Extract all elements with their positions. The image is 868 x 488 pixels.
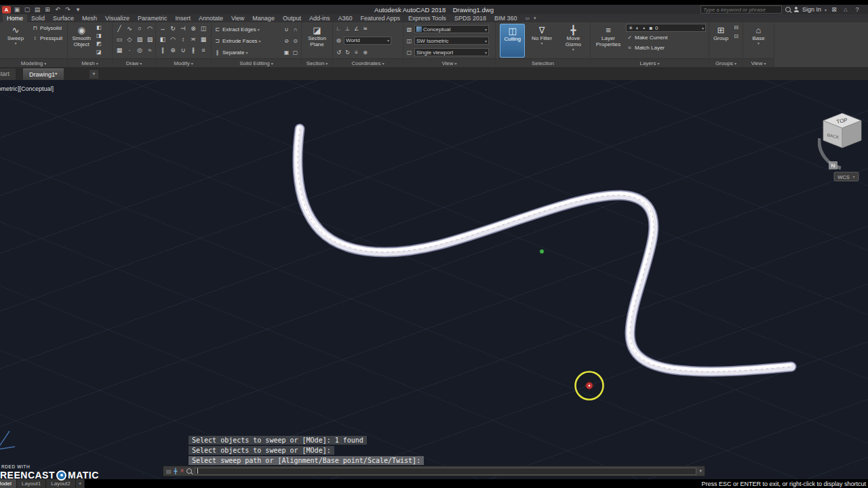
mesh-panel-label[interactable]: Mesh ▾ (68, 58, 112, 67)
section-plane-button[interactable]: ◪ Section Plane (304, 24, 330, 58)
layer-freeze-icon[interactable]: ◐ (635, 24, 640, 32)
tab-a360[interactable]: A360 (334, 14, 356, 22)
drawing-canvas[interactable]: [-][SW Isometric][Conceptual] TOP BACK N… (0, 80, 868, 479)
viewcube[interactable]: TOP BACK N WCS ▾ (818, 104, 868, 184)
layers-panel-label[interactable]: Layers ▾ (591, 58, 709, 67)
group-edit-icon[interactable]: ⊡ (732, 33, 740, 40)
no-filter-button[interactable]: ∇ No Filter ▾ (528, 24, 555, 58)
tab-view[interactable]: View (227, 14, 248, 22)
point-icon[interactable]: · (125, 45, 134, 56)
command-input[interactable] (195, 468, 696, 475)
mirror-icon[interactable]: ◧ (158, 35, 167, 45)
tab-annotate[interactable]: Annotate (195, 14, 227, 22)
new-drawing-icon[interactable]: ▣ (13, 6, 21, 13)
solid-intersect-icon[interactable]: ∩ (292, 26, 299, 33)
smooth-more-icon[interactable]: ◧ (95, 24, 102, 31)
layer-color-swatch[interactable]: ■ (648, 24, 654, 32)
polyline-icon[interactable]: ∿ (125, 24, 134, 34)
refine-mesh-icon[interactable]: ◩ (95, 40, 102, 47)
sweep-dropdown-icon[interactable]: ▾ (14, 41, 16, 46)
modify-panel-label[interactable]: Modify ▾ (156, 58, 211, 67)
tab-mesh[interactable]: Mesh (78, 14, 101, 22)
base-button[interactable]: ⌂ Base ▾ (749, 24, 769, 58)
point-marker[interactable] (540, 249, 544, 253)
view-preset-dropdown[interactable]: SW Isometric ▾ (414, 37, 489, 45)
hatch-icon[interactable]: ▨ (135, 35, 144, 45)
panel-launcher-icon[interactable]: ▾ (382, 61, 384, 66)
qat-dropdown-icon[interactable]: ▾ (74, 6, 82, 13)
ucs-3point-icon[interactable]: ≅ (361, 25, 369, 33)
rotate-icon[interactable]: ↻ (168, 24, 178, 34)
extrude-faces-button[interactable]: ⊐ Extrude Faces ▾ ⊘ ⊙ (214, 35, 299, 46)
tab-surface[interactable]: Surface (49, 14, 78, 22)
line-icon[interactable]: ╱ (115, 24, 124, 34)
panel-launcher-icon[interactable]: ▾ (96, 61, 98, 66)
wcs-dropdown-icon[interactable]: ▾ (852, 175, 854, 179)
break-icon[interactable]: ∦ (189, 45, 198, 56)
viewport-config-dropdown[interactable]: Single viewport ▾ (414, 48, 489, 56)
close-icon[interactable]: × (180, 468, 184, 474)
help-icon[interactable]: ? (853, 6, 861, 13)
donut-icon[interactable]: ◎ (135, 45, 144, 56)
visual-styles-icon[interactable]: ▧ (406, 26, 413, 33)
region-icon[interactable]: ▦ (115, 45, 124, 56)
search-icon[interactable] (785, 7, 791, 12)
scale-icon[interactable]: ↕ (178, 35, 188, 45)
stretch-icon[interactable]: ≍ (189, 35, 198, 45)
named-ucs-icon[interactable]: ≡ (353, 49, 360, 56)
sweep-button[interactable]: ∿ Sweep ▾ (2, 24, 29, 58)
tab-manage[interactable]: Manage (248, 14, 279, 22)
redo-icon[interactable]: ↷ (64, 6, 72, 13)
tab-spds[interactable]: SPDS 2018 (450, 14, 490, 22)
named-views-icon[interactable]: ◫ (406, 37, 413, 45)
add-crease-icon[interactable]: ◪ (95, 48, 102, 56)
gradient-icon[interactable]: ▧ (145, 35, 155, 45)
solid-shell-icon[interactable]: ▣ (283, 49, 290, 56)
solid-union-icon[interactable]: ∪ (283, 26, 290, 33)
tab-visualize[interactable]: Visualize (101, 14, 134, 22)
culling-toggle[interactable]: ◫ Culling (500, 24, 525, 58)
customize-icon[interactable]: ╋ (174, 468, 178, 474)
join-icon[interactable]: ∪ (178, 45, 188, 56)
spline-icon[interactable]: ≈ (145, 45, 155, 56)
swept-solid[interactable] (296, 127, 791, 372)
smooth-object-button[interactable]: ◉ Smooth Object (70, 24, 93, 58)
align-icon[interactable]: ≡ (199, 45, 208, 56)
view-panel-label[interactable]: View ▾ (403, 58, 495, 67)
save-icon[interactable]: ▤ (33, 6, 41, 13)
tab-addins[interactable]: Add-ins (305, 14, 334, 22)
panel-launcher-icon[interactable]: ▾ (326, 61, 328, 66)
stay-connected-icon[interactable]: ⌂ (842, 6, 850, 13)
viewport-controls[interactable]: [-][SW Isometric][Conceptual] (0, 85, 54, 92)
array-icon[interactable]: ▦ (199, 35, 208, 45)
groups-panel-label[interactable]: Groups ▾ (709, 58, 743, 67)
modeling-panel-label[interactable]: Modeling ▾ (0, 58, 67, 67)
smooth-less-icon[interactable]: ◨ (95, 32, 102, 39)
move-gizmo-button[interactable]: ╋ Move Gizmo ▾ (559, 24, 588, 58)
tab-bim360[interactable]: BIM 360 (490, 14, 521, 22)
app-menu-button[interactable]: A (2, 6, 11, 14)
tab-solid[interactable]: Solid (27, 14, 49, 22)
solid-editing-panel-label[interactable]: Solid Editing ▾ (212, 58, 301, 67)
solid-check-icon[interactable]: ▢ (292, 49, 299, 56)
solid-slice-icon[interactable]: ⊘ (283, 37, 290, 45)
new-drawing-tab-button[interactable]: + (90, 70, 98, 79)
separate-button[interactable]: ∥ Separate ▾ ▣ ▢ (214, 47, 299, 58)
tab-express-tools[interactable]: Express Tools (404, 14, 450, 22)
solid-thicken-icon[interactable]: ⊙ (292, 37, 299, 45)
fillet-icon[interactable]: ◠ (168, 35, 178, 45)
section-panel-label[interactable]: Section ▾ (302, 58, 332, 67)
ucs-rotate-x-icon[interactable]: ↺ (335, 49, 342, 56)
match-layer-button[interactable]: ≈ Match Layer (626, 43, 706, 52)
layer-lock-icon[interactable]: ▪ (642, 24, 647, 32)
ellipse-icon[interactable]: ◇ (125, 35, 134, 45)
make-current-button[interactable]: ✓ Make Current (626, 33, 706, 42)
viewport-config-icon[interactable]: ▢ (406, 49, 413, 56)
tab-featured-apps[interactable]: Featured Apps (356, 14, 404, 22)
sign-in-dropdown-icon[interactable]: ▾ (825, 7, 827, 12)
copy-icon[interactable]: ◫ (199, 24, 208, 34)
view-extra-panel-label[interactable]: View ▾ (743, 58, 774, 67)
app-store-icon[interactable]: ⊠ (830, 6, 838, 13)
coordinates-panel-label[interactable]: Coordinates ▾ (333, 58, 403, 67)
file-tab-drawing1[interactable]: Drawing1* (23, 68, 64, 80)
